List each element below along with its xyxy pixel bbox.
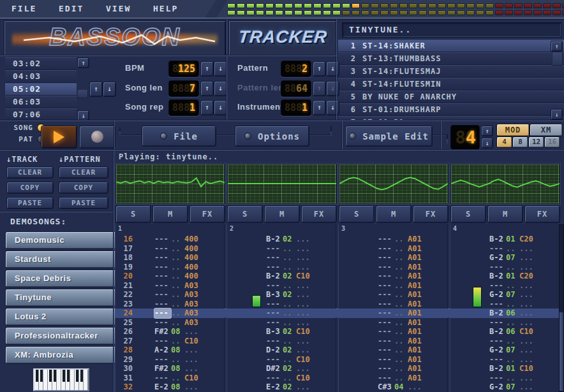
instrument-cell[interactable]: .. [394, 244, 408, 254]
options-button[interactable]: Options [235, 126, 309, 147]
instrument-cell[interactable]: .. [394, 281, 408, 291]
effect-cell[interactable]: ... [296, 337, 315, 346]
pattern-row[interactable]: E-202... [226, 382, 336, 392]
song-len-down-button[interactable]: ↓ [214, 81, 227, 96]
note-cell[interactable]: F#2 [154, 364, 171, 374]
effect-cell[interactable]: ... [296, 345, 315, 355]
instrument-cell[interactable]: .. [171, 355, 184, 365]
pattern-row[interactable]: ---..... [450, 374, 560, 383]
instrument-cell[interactable]: .. [394, 374, 408, 383]
pattern-row[interactable]: 26F#208... [115, 327, 225, 337]
effect-cell[interactable]: C10 [296, 272, 315, 281]
effect-cell[interactable]: C10 [519, 364, 538, 374]
pattern-row[interactable]: ---..A01 [338, 281, 448, 291]
note-cell[interactable]: --- [154, 281, 171, 291]
note-cell[interactable]: --- [378, 272, 394, 281]
instrument-cell[interactable]: .. [171, 272, 184, 281]
note-cell[interactable]: --- [154, 374, 171, 383]
note-cell[interactable]: B-2 [266, 272, 283, 281]
note-cell[interactable]: --- [378, 355, 394, 365]
channel-4-m-button[interactable]: M [487, 205, 523, 223]
note-cell[interactable]: --- [489, 300, 506, 309]
note-cell[interactable]: F#2 [154, 327, 171, 337]
menu-item-file[interactable]: FILE [11, 4, 36, 13]
note-cell[interactable]: E-2 [266, 382, 283, 392]
position-row[interactable]: 06:03 [5, 96, 77, 108]
note-cell[interactable]: --- [378, 374, 394, 383]
instrument-cell[interactable]: .. [394, 337, 408, 346]
effect-cell[interactable]: C10 [296, 374, 315, 383]
demosong-button[interactable]: Space Debris [5, 270, 119, 287]
effect-cell[interactable]: A01 [408, 355, 427, 365]
instrument-cell[interactable]: .. [283, 318, 296, 328]
effect-cell[interactable]: A01 [408, 300, 427, 309]
note-cell[interactable]: --- [378, 290, 394, 300]
instrument-cell[interactable]: .. [394, 327, 408, 337]
effect-cell[interactable]: ... [184, 327, 204, 337]
pattern-row[interactable]: ---..... [226, 263, 336, 272]
pattern-row[interactable]: 24---..A03 [115, 309, 225, 318]
instrument-cell[interactable]: .. [394, 355, 408, 365]
note-cell[interactable]: --- [266, 355, 283, 365]
pattern-row[interactable]: 31---..C10 [115, 374, 225, 383]
track-clear-button[interactable]: CLEAR [6, 166, 54, 178]
pattern-row[interactable]: ---..A01 [338, 263, 448, 272]
pattern-row[interactable]: ---..... [226, 281, 336, 291]
effect-cell[interactable]: ... [296, 300, 315, 309]
position-scroll-up-icon[interactable]: ↑ [77, 57, 89, 68]
pattern-row[interactable]: ---..A01 [338, 327, 448, 337]
instrument-down-button[interactable]: ↓ [326, 100, 339, 115]
channel-2-m-button[interactable]: M [264, 205, 300, 223]
effect-cell[interactable]: A01 [408, 290, 427, 300]
effect-cell[interactable]: A01 [408, 318, 427, 328]
instrument-cell[interactable]: .. [506, 244, 519, 254]
note-cell[interactable]: --- [154, 235, 171, 244]
effect-cell[interactable]: ... [184, 364, 204, 374]
pattern-row[interactable]: ---..... [226, 253, 336, 263]
effect-cell[interactable]: ... [296, 382, 315, 392]
pattern-paste-button[interactable]: PASTE [59, 197, 108, 209]
instrument-cell[interactable]: .. [394, 290, 408, 300]
record-button[interactable] [79, 126, 115, 149]
instrument-cell[interactable]: .. [506, 263, 519, 272]
pattern-row[interactable]: 18---..400 [115, 253, 225, 263]
note-cell[interactable]: --- [489, 355, 506, 365]
instrument-cell[interactable]: .. [394, 263, 408, 272]
effect-cell[interactable]: C20 [519, 272, 538, 281]
instrument-cell[interactable]: .. [283, 263, 296, 272]
pattern-row[interactable]: 22---..A03 [115, 290, 225, 300]
note-cell[interactable]: --- [489, 263, 506, 272]
instrument-cell[interactable]: .. [171, 337, 184, 346]
instrument-cell[interactable]: .. [283, 309, 296, 318]
pattern-row[interactable]: ---..... [226, 318, 336, 328]
pattern-row[interactable]: ---..... [450, 263, 560, 272]
sample-scroll-thumb[interactable] [552, 52, 563, 66]
effect-cell[interactable]: A01 [408, 244, 427, 254]
instrument-cell[interactable]: 02 [283, 327, 296, 337]
piano-keyboard-icon[interactable] [33, 368, 89, 391]
demosong-button[interactable]: Tinytune [5, 289, 119, 307]
pattern-row[interactable]: ---..A01 [338, 345, 448, 355]
channel-3-fx-button[interactable]: FX [413, 205, 449, 223]
position-row[interactable]: 04:03 [5, 70, 77, 83]
note-cell[interactable]: B-2 [266, 235, 283, 244]
effect-cell[interactable]: ... [519, 281, 538, 291]
pattern-row[interactable]: 19---..400 [115, 263, 225, 272]
instrument-cell[interactable]: 02 [283, 345, 296, 355]
effect-cell[interactable]: ... [519, 374, 538, 383]
effect-cell[interactable]: ... [519, 290, 538, 300]
song-len-up-button[interactable]: ↑ [200, 81, 214, 96]
note-cell[interactable]: E-2 [154, 382, 171, 392]
pattern-row[interactable]: ---..... [450, 337, 560, 346]
effect-cell[interactable]: A01 [408, 309, 427, 318]
instrument-cell[interactable]: .. [506, 355, 519, 365]
pattern-row[interactable]: ---..... [226, 309, 336, 318]
pattern-row[interactable]: G-207... [450, 290, 560, 300]
play-button[interactable] [41, 126, 77, 149]
demosong-button[interactable]: Lotus 2 [5, 308, 119, 326]
effect-cell[interactable]: ... [296, 244, 315, 254]
instrument-cell[interactable]: .. [506, 300, 519, 309]
pattern-row[interactable]: ---..A01 [338, 300, 448, 309]
instrument-cell[interactable]: 04 [394, 382, 408, 392]
note-cell[interactable]: --- [489, 337, 506, 346]
